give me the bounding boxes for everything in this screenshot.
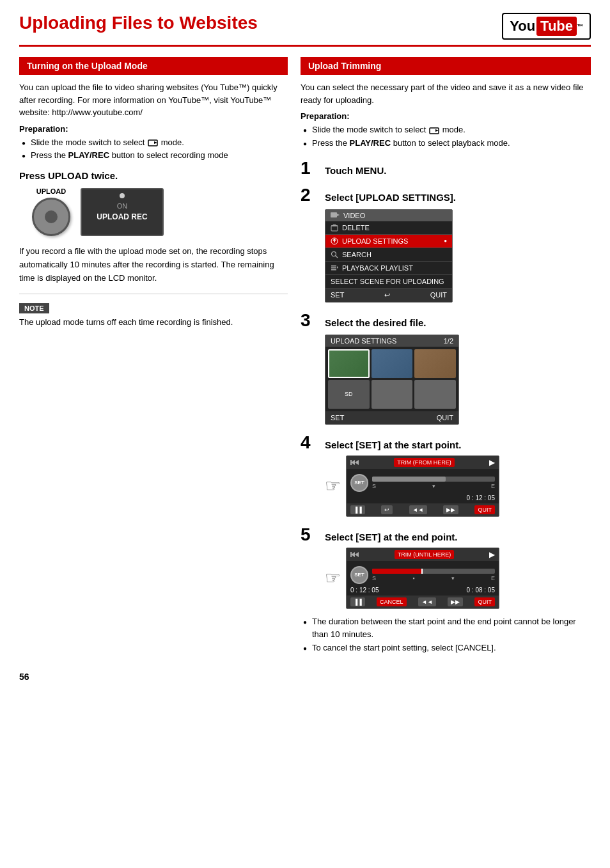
right-section-header: Upload Trimming xyxy=(301,57,591,75)
svg-marker-20 xyxy=(355,552,359,557)
slider-mark2-5: ▾ xyxy=(451,575,455,581)
svg-rect-14 xyxy=(331,269,336,271)
thumb-header: UPLOAD SETTINGS 1/2 xyxy=(325,335,458,347)
svg-rect-8 xyxy=(333,225,336,226)
step-2-row: 2 Select [UPLOAD SETTINGS]. xyxy=(301,186,591,204)
trim-time-start-5: 0 : 12 : 05 xyxy=(350,587,379,594)
trim-footer-5: ▐▐ CANCEL ◄◄ ▶▶ QUIT xyxy=(347,596,499,608)
thumb-item-2[interactable] xyxy=(371,349,413,378)
svg-marker-5 xyxy=(337,214,340,216)
thumb-set-btn: SET xyxy=(331,414,344,422)
slider-fill-5 xyxy=(372,569,421,574)
menu-upload-settings: UPLOAD SETTINGS ● xyxy=(325,235,452,248)
thumb-item-3[interactable] xyxy=(414,349,456,378)
slider-labels-5: S ▪ ▾ E xyxy=(372,575,495,581)
trim-slider-4: SET S ▾ E xyxy=(347,469,499,494)
youtube-tube: Tube xyxy=(536,17,577,36)
menu-search-label: SEARCH xyxy=(342,251,371,258)
set-btn-4[interactable]: SET xyxy=(350,474,368,492)
menu-delete-label: DELETE xyxy=(342,224,370,232)
trim-control-5: TRIM (UNTIL HERE) ▶ SET S xyxy=(346,548,499,609)
trim-step5-wrapper: ☞ TRIM (UNTIL HERE) ▶ SET xyxy=(325,548,591,609)
youtube-logo: You Tube ™ xyxy=(502,13,591,40)
bullet-item: Slide the mode switch to select mode. xyxy=(22,136,288,150)
prep-bullets-right: Slide the mode switch to select mode. Pr… xyxy=(301,123,591,150)
menu-search: SEARCH xyxy=(325,248,452,262)
page-header: Uploading Files to Websites You Tube ™ xyxy=(19,13,591,47)
thumb-title: UPLOAD SETTINGS xyxy=(331,337,396,345)
bullet-item: Slide the mode switch to select mode. xyxy=(303,123,591,137)
video-icon xyxy=(331,212,340,219)
thumb-grid: SD xyxy=(325,347,458,411)
menu-quit-btn: QUIT xyxy=(430,291,447,299)
trim-back-btn-4[interactable]: ↩ xyxy=(381,505,393,514)
upload-btn-label: UPLOAD xyxy=(32,187,70,195)
menu-footer: SET ↩ QUIT xyxy=(325,288,452,302)
trim-pause-btn-4[interactable]: ▐▐ xyxy=(350,505,365,514)
menu-bullet: ● xyxy=(444,238,447,244)
menu-select-scene: SELECT SCENE FOR UPLOADING xyxy=(325,275,452,288)
thumb-item-1[interactable] xyxy=(328,349,370,378)
trim-top-bar-4: TRIM (FROM HERE) ▶ xyxy=(347,456,499,469)
menu-screenshot: VIDEO DELETE UPLOAD SETTINGS ● xyxy=(325,209,453,303)
upload-button-area: UPLOAD xyxy=(32,187,70,236)
thumb-sd-badge: SD xyxy=(328,380,370,409)
step-4-text: Select [SET] at the start point. xyxy=(325,439,461,450)
slider-end-4: E xyxy=(491,483,495,489)
step-4-row: 4 Select [SET] at the start point. xyxy=(301,434,591,452)
step-3-number: 3 xyxy=(301,312,320,329)
thumb-footer: SET QUIT xyxy=(325,411,458,424)
delete-icon xyxy=(331,224,338,232)
trim-pause-btn-5[interactable]: ▐▐ xyxy=(350,597,365,606)
slider-start-5: S xyxy=(372,575,376,581)
step-1-text: Touch MENU. xyxy=(325,165,386,176)
trim-from-here-btn[interactable]: TRIM (FROM HERE) xyxy=(394,458,455,467)
trim-quit-btn-4[interactable]: QUIT xyxy=(474,505,495,514)
trim-until-here-btn[interactable]: TRIM (UNTIL HERE) xyxy=(395,550,455,559)
file-thumbnails: UPLOAD SETTINGS 1/2 SD SET QUIT xyxy=(325,335,459,425)
note-box: NOTE The upload mode turns off each time… xyxy=(19,303,288,329)
right-intro-text: You can select the necessary part of the… xyxy=(301,81,591,106)
skip-back-icon-5 xyxy=(350,550,359,559)
slider-end-5: E xyxy=(491,575,495,581)
trim-control-4: TRIM (FROM HERE) ▶ SET S ▾ xyxy=(346,455,499,517)
thumb-item-6[interactable] xyxy=(414,380,456,409)
trim-quit-btn-5[interactable]: QUIT xyxy=(474,597,495,606)
svg-rect-18 xyxy=(350,460,352,465)
thumb-page: 1/2 xyxy=(444,337,453,345)
screen-dot xyxy=(120,193,125,198)
upload-settings-icon xyxy=(331,237,338,245)
prep-bullets-left: Slide the mode switch to select mode. Pr… xyxy=(19,136,288,163)
finger-icon-5: ☞ xyxy=(325,567,341,588)
step-1-row: 1 Touch MENU. xyxy=(301,159,591,177)
trim-cancel-btn-5[interactable]: CANCEL xyxy=(377,597,407,606)
menu-header: VIDEO xyxy=(325,210,452,221)
preparation-label-left: Preparation: xyxy=(19,124,288,134)
thumb-quit-btn: QUIT xyxy=(437,414,453,422)
screen-display: ON UPLOAD REC xyxy=(81,188,164,236)
slider-marker-4: ▾ xyxy=(432,483,435,489)
menu-upload-settings-label: UPLOAD SETTINGS xyxy=(342,237,408,245)
screen-upload-rec: UPLOAD REC xyxy=(97,212,147,221)
svg-rect-6 xyxy=(331,226,338,231)
finger-icon-4: ☞ xyxy=(325,475,341,496)
slider-track-5 xyxy=(372,569,495,574)
camera-mode-icon-right xyxy=(428,126,440,135)
bottom-bullets: The duration between the start point and… xyxy=(301,615,591,655)
slider-track-4 xyxy=(372,477,495,482)
svg-rect-21 xyxy=(350,552,352,557)
trim-ff-btn-4[interactable]: ▶▶ xyxy=(443,505,458,514)
left-intro-text: You can upload the file to video sharing… xyxy=(19,81,288,119)
left-column: Turning on the Upload Mode You can uploa… xyxy=(19,57,288,659)
trim-rewind-btn-4[interactable]: ◄◄ xyxy=(409,505,427,514)
step-4-number: 4 xyxy=(301,434,320,452)
step-2-text: Select [UPLOAD SETTINGS]. xyxy=(325,192,456,203)
trim-rewind-btn-5[interactable]: ◄◄ xyxy=(418,597,436,606)
trim-ff-btn-5[interactable]: ▶▶ xyxy=(448,597,463,606)
thumb-item-5[interactable] xyxy=(371,380,413,409)
set-btn-5[interactable]: SET xyxy=(350,566,368,584)
menu-delete: DELETE xyxy=(325,221,452,235)
slider-start-4: S xyxy=(372,483,376,489)
bottom-bullet-1: The duration between the start point and… xyxy=(303,615,591,642)
menu-select-scene-label: SELECT SCENE FOR UPLOADING xyxy=(331,278,444,285)
